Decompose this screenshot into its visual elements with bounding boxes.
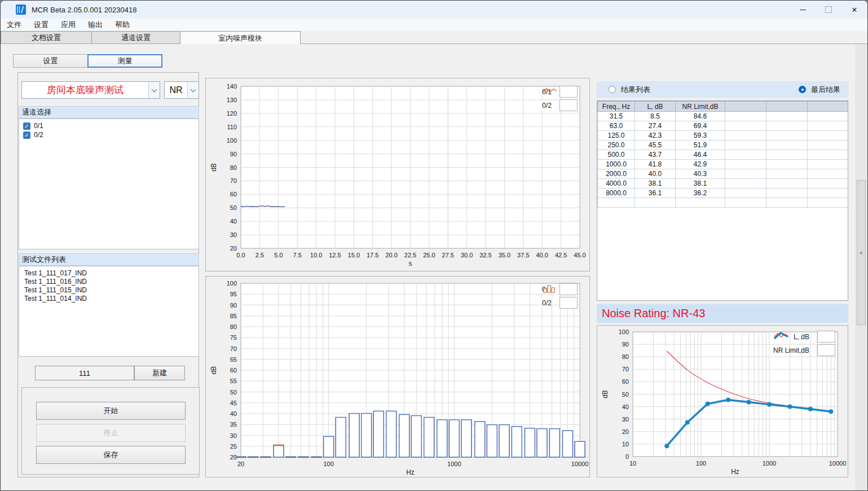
table-cell <box>725 188 766 198</box>
legend-label: NR Limit,dB <box>773 347 809 354</box>
table-cell <box>725 131 766 141</box>
legend-series-toggle[interactable] <box>559 99 578 111</box>
table-cell <box>766 121 808 131</box>
spectrum-chart: 2025303540455055606570758085909510020100… <box>205 276 590 477</box>
file-name-input[interactable] <box>35 366 134 380</box>
svg-text:10000: 10000 <box>829 460 847 467</box>
svg-text:90: 90 <box>230 302 237 309</box>
svg-text:50: 50 <box>230 204 237 211</box>
chevron-down-icon[interactable] <box>148 82 160 98</box>
svg-text:10: 10 <box>622 441 629 448</box>
legend-series-toggle[interactable] <box>817 331 835 343</box>
table-cell <box>766 112 808 121</box>
table-row: 4000.038.138.1 <box>598 179 848 188</box>
svg-text:10.0: 10.0 <box>310 252 322 258</box>
tab-measure[interactable]: 测量 <box>87 54 162 68</box>
table-cell <box>808 188 848 198</box>
svg-text:s: s <box>409 260 412 268</box>
radio-last-result[interactable]: 最后结果 <box>799 85 840 95</box>
chart-legend: L, dBNR Limit,dB <box>773 331 835 356</box>
channel-item-0-1[interactable]: ✓0/1 <box>19 121 199 130</box>
table-cell <box>598 198 635 208</box>
legend-row: 0/2 <box>542 297 578 309</box>
menu-item-4[interactable]: 输出 <box>82 19 109 31</box>
svg-text:12.5: 12.5 <box>329 252 341 258</box>
svg-text:Hz: Hz <box>406 468 415 476</box>
table-cell: 250.0 <box>598 141 635 150</box>
noise-rating-text: Noise Rating: NR-43 <box>602 307 705 320</box>
legend-row: 0/2 <box>542 99 578 111</box>
legend-series-toggle[interactable] <box>559 297 578 309</box>
table-cell <box>808 131 848 141</box>
new-button[interactable]: 新建 <box>134 366 185 380</box>
collapse-panel-handle[interactable]: < <box>857 180 866 325</box>
maximize-button[interactable] <box>816 1 841 19</box>
svg-text:35: 35 <box>230 421 237 428</box>
main-tab-3[interactable]: 室内噪声模块 <box>180 31 301 44</box>
menu-item-2[interactable]: 设置 <box>28 19 55 31</box>
table-cell: 1000.0 <box>598 160 635 169</box>
table-cell: 84.6 <box>676 112 725 121</box>
app-icon <box>16 5 26 15</box>
main-tab-1[interactable]: 文档设置 <box>1 31 92 43</box>
channel-item-0-2[interactable]: ✓0/2 <box>19 130 199 139</box>
svg-text:30.0: 30.0 <box>461 252 473 258</box>
svg-text:130: 130 <box>227 97 237 103</box>
table-cell: 45.5 <box>635 141 676 150</box>
column-header: L, dB <box>635 102 676 112</box>
legend-series-toggle[interactable] <box>817 344 835 356</box>
chevron-down-icon[interactable] <box>187 82 199 98</box>
table-cell: 41.8 <box>635 160 676 169</box>
svg-text:30: 30 <box>622 416 629 423</box>
menu-item-5[interactable]: 帮助 <box>109 19 136 31</box>
checkbox-checked-icon[interactable]: ✓ <box>23 131 30 139</box>
radio-result-list-label: 结果列表 <box>621 85 650 95</box>
close-button[interactable]: ✕ <box>841 1 867 19</box>
main-tab-2[interactable]: 通道设置 <box>91 31 180 43</box>
svg-text:60: 60 <box>230 191 237 198</box>
list-item[interactable]: Test 1_111_015_IND <box>19 286 199 295</box>
list-item[interactable]: Test 1_111_014_IND <box>19 295 199 303</box>
column-header <box>766 102 808 112</box>
table-cell: 40.0 <box>635 169 676 179</box>
chart-legend: 0/10/2 <box>542 86 578 111</box>
menu-item-1[interactable]: 文件 <box>1 19 28 31</box>
svg-text:dB: dB <box>601 390 609 398</box>
app-window: MCR Beta 2.05.0.001 20230418 ✕ 文件设置应用输出帮… <box>0 0 868 491</box>
table-cell <box>725 198 766 208</box>
svg-text:100: 100 <box>227 137 237 144</box>
table-row: 125.042.359.3 <box>598 131 848 141</box>
table-cell <box>766 198 808 208</box>
table-cell: 38.1 <box>676 179 725 188</box>
svg-text:40.0: 40.0 <box>536 252 548 258</box>
rating-type-combo[interactable]: NR <box>164 81 199 99</box>
table-row: 250.045.551.9 <box>598 141 848 150</box>
table-cell <box>808 150 848 160</box>
radio-checked-icon <box>799 86 806 93</box>
list-item[interactable]: Test 1_111_017_IND <box>19 269 199 278</box>
radio-result-list[interactable]: 结果列表 <box>609 85 650 95</box>
legend-series-toggle[interactable] <box>559 86 578 98</box>
svg-text:50: 50 <box>230 389 237 396</box>
test-type-combo[interactable]: 房间本底噪声测试 <box>21 81 160 99</box>
svg-text:60: 60 <box>230 367 237 374</box>
window-controls: ✕ <box>790 1 867 19</box>
svg-text:30: 30 <box>230 231 237 238</box>
save-button[interactable]: 保存 <box>36 446 186 464</box>
tab-settings[interactable]: 设置 <box>13 54 88 68</box>
channel-list: ✓0/1✓0/2 <box>19 119 199 249</box>
legend-series-toggle[interactable] <box>559 283 578 295</box>
table-cell <box>808 141 848 150</box>
table-cell <box>725 112 766 121</box>
table-cell <box>725 160 766 169</box>
table-cell <box>766 131 808 141</box>
menu-item-3[interactable]: 应用 <box>55 19 82 31</box>
result-mode-bar: 结果列表 最后结果 <box>597 81 848 98</box>
svg-text:140: 140 <box>227 83 237 90</box>
list-item[interactable]: Test 1_111_016_IND <box>19 278 199 286</box>
start-button[interactable]: 开始 <box>36 402 186 420</box>
main-tab-bar: 文档设置通道设置室内噪声模块 <box>1 31 867 44</box>
control-button-group: 开始 停止 保存 <box>21 387 200 475</box>
minimize-button[interactable] <box>790 1 816 19</box>
checkbox-checked-icon[interactable]: ✓ <box>23 122 30 130</box>
